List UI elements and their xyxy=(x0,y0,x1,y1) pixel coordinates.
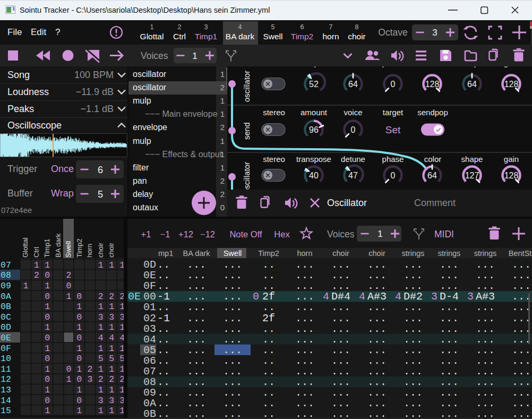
svg-text:5: 5 xyxy=(98,354,104,364)
svg-text:2: 2 xyxy=(98,374,104,384)
svg-text:47: 47 xyxy=(348,171,358,180)
svg-text:4: 4 xyxy=(98,333,104,343)
svg-text:1: 1 xyxy=(23,258,29,260)
svg-text:Voices: Voices xyxy=(327,229,355,240)
svg-text:1: 1 xyxy=(45,260,50,270)
svg-text:1: 1 xyxy=(119,406,124,416)
svg-text:3: 3 xyxy=(109,312,114,322)
svg-text:3: 3 xyxy=(98,396,104,406)
svg-text:...: ... xyxy=(223,408,242,419)
svg-text:08: 08 xyxy=(1,270,11,280)
svg-text:1: 1 xyxy=(66,292,71,302)
svg-text:14: 14 xyxy=(1,396,11,406)
svg-text:1: 1 xyxy=(45,258,50,260)
svg-text:1: 1 xyxy=(66,258,71,260)
svg-text:5: 5 xyxy=(98,189,103,200)
svg-text:11: 11 xyxy=(1,364,11,374)
svg-text:13: 13 xyxy=(1,385,11,395)
svg-text:1: 1 xyxy=(76,406,82,416)
svg-text:12: 12 xyxy=(1,374,11,384)
svg-text:0D: 0D xyxy=(1,322,11,332)
svg-text:0: 0 xyxy=(76,292,82,302)
svg-text:...: ... xyxy=(331,408,350,419)
svg-text:...: ... xyxy=(404,408,423,419)
svg-text:1: 1 xyxy=(109,302,114,312)
svg-text:0: 0 xyxy=(351,125,356,134)
svg-text:3: 3 xyxy=(119,312,124,322)
svg-text:0: 0 xyxy=(45,354,50,364)
svg-text:1: 1 xyxy=(34,260,39,270)
svg-text:5: 5 xyxy=(119,354,124,364)
svg-text:Voices: Voices xyxy=(141,50,168,61)
svg-text:2: 2 xyxy=(109,292,114,302)
svg-text:0: 0 xyxy=(45,312,50,322)
svg-text:4: 4 xyxy=(119,333,124,343)
svg-text:1: 1 xyxy=(119,344,124,354)
svg-text:5: 5 xyxy=(109,354,114,364)
svg-text:3: 3 xyxy=(467,290,474,303)
svg-text:...: ... xyxy=(295,408,314,419)
svg-text:3: 3 xyxy=(431,290,437,303)
svg-text:1: 1 xyxy=(98,364,104,374)
svg-text:10: 10 xyxy=(1,354,11,364)
svg-text:2: 2 xyxy=(109,374,114,384)
svg-text:3: 3 xyxy=(98,312,104,322)
svg-text:0B: 0B xyxy=(1,302,11,312)
svg-text:06: 06 xyxy=(1,258,11,260)
svg-text:1: 1 xyxy=(45,364,50,374)
svg-text:0B: 0B xyxy=(143,408,156,419)
svg-text:...: ... xyxy=(440,408,459,419)
svg-text:1: 1 xyxy=(45,385,50,395)
svg-text:0: 0 xyxy=(45,374,50,384)
svg-text:...: ... xyxy=(476,408,495,419)
svg-text:0: 0 xyxy=(45,292,50,302)
svg-text:52: 52 xyxy=(309,80,319,89)
svg-text:1: 1 xyxy=(98,344,104,354)
svg-text:07: 07 xyxy=(1,260,11,270)
svg-text:Note Off: Note Off xyxy=(229,229,262,239)
svg-text:+12: +12 xyxy=(178,229,193,239)
svg-text:0: 0 xyxy=(76,354,82,364)
svg-text:1: 1 xyxy=(109,406,114,416)
svg-text:1: 1 xyxy=(66,374,71,384)
svg-text:0: 0 xyxy=(76,312,82,322)
svg-text:1: 1 xyxy=(98,260,104,270)
svg-text:4: 4 xyxy=(323,290,329,303)
svg-text:1: 1 xyxy=(109,260,114,270)
svg-text:+1: +1 xyxy=(141,229,151,239)
svg-text:1: 1 xyxy=(192,51,197,61)
svg-text:0: 0 xyxy=(45,396,50,406)
svg-text:0: 0 xyxy=(253,290,259,303)
svg-text:1: 1 xyxy=(119,260,124,270)
svg-text:64: 64 xyxy=(348,80,358,89)
svg-text:2: 2 xyxy=(34,270,39,280)
svg-text:1: 1 xyxy=(98,302,104,312)
svg-text:1: 1 xyxy=(119,364,124,374)
svg-text:1: 1 xyxy=(98,385,104,395)
svg-text:1: 1 xyxy=(98,258,104,260)
svg-text:2: 2 xyxy=(119,374,124,384)
svg-text:0: 0 xyxy=(45,333,50,343)
svg-text:1: 1 xyxy=(119,385,124,395)
svg-text:−1: −1 xyxy=(160,229,170,239)
svg-text:0: 0 xyxy=(391,80,396,89)
svg-text:0: 0 xyxy=(76,396,82,406)
svg-text:−12: −12 xyxy=(200,229,215,239)
svg-text:2: 2 xyxy=(66,270,71,280)
svg-text:0E: 0E xyxy=(128,290,141,303)
svg-text:1: 1 xyxy=(76,385,82,395)
svg-text:...: ... xyxy=(512,408,531,419)
svg-text:1: 1 xyxy=(76,344,82,354)
svg-text:1: 1 xyxy=(109,258,114,260)
svg-text:3: 3 xyxy=(87,374,92,384)
svg-text:127: 127 xyxy=(465,171,479,180)
svg-text:64: 64 xyxy=(427,171,437,180)
svg-text:0: 0 xyxy=(66,364,71,374)
svg-text:4: 4 xyxy=(395,290,401,303)
svg-text:1: 1 xyxy=(23,281,29,291)
svg-text:2: 2 xyxy=(119,292,124,302)
svg-text:1: 1 xyxy=(45,406,50,416)
svg-text:1: 1 xyxy=(119,322,124,332)
svg-text:0: 0 xyxy=(66,281,71,291)
svg-text:64: 64 xyxy=(467,80,477,89)
